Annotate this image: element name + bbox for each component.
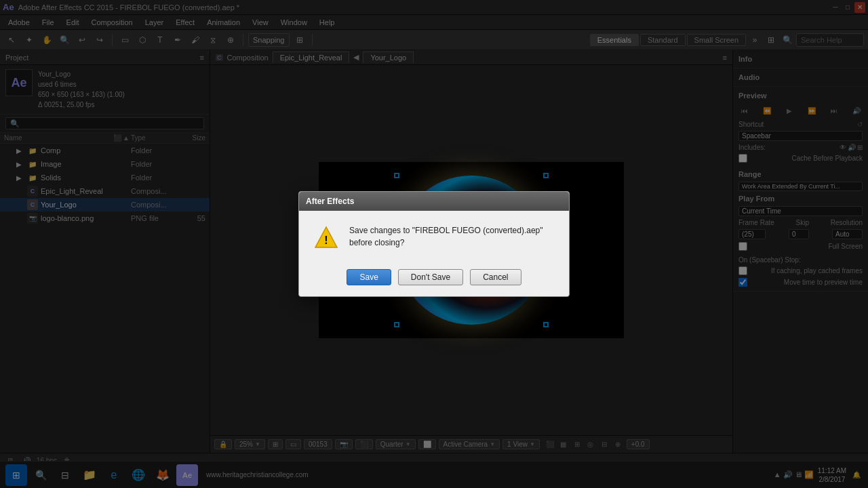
dialog-title: After Effects <box>306 197 354 206</box>
dialog-body: ! Save changes to "FIREBOL FUEGO (conver… <box>299 211 569 262</box>
dialog-icon: ! <box>313 224 340 251</box>
dialog-dont-save-button[interactable]: Don't Save <box>398 269 463 285</box>
dialog-cancel-button[interactable]: Cancel <box>470 269 521 285</box>
dialog-box: After Effects ! Save changes to "FIREBOL… <box>298 191 570 297</box>
dialog-buttons: Save Don't Save Cancel <box>299 262 569 296</box>
warning-icon: ! <box>314 226 338 250</box>
svg-text:!: ! <box>324 235 328 246</box>
dialog-message: Save changes to "FIREBOL FUEGO (converte… <box>349 224 555 249</box>
dialog-save-button[interactable]: Save <box>347 269 391 285</box>
dialog-overlay: After Effects ! Save changes to "FIREBOL… <box>0 0 868 488</box>
dialog-title-bar: After Effects <box>299 192 569 211</box>
